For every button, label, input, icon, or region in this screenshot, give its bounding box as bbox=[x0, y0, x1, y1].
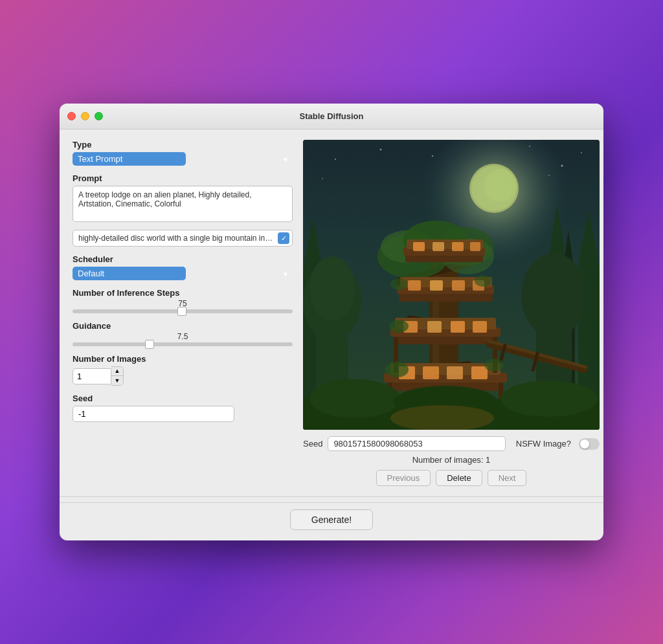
scheduler-group: Scheduler Default DDIM PLMS DPM Euler ▼ bbox=[73, 254, 293, 280]
inference-steps-group: Number of Inference Steps 75 bbox=[73, 288, 293, 313]
divider bbox=[60, 496, 603, 497]
type-select-wrapper: Text Prompt Image to Image Inpainting ▼ bbox=[73, 152, 293, 166]
num-images-stepper: ▲ ▼ bbox=[111, 366, 124, 386]
inference-steps-label: Number of Inference Steps bbox=[73, 288, 293, 298]
nav-buttons: Previous Delete Next bbox=[376, 470, 527, 486]
nsfw-label: NSFW Image? bbox=[516, 439, 571, 449]
svg-rect-81 bbox=[303, 140, 600, 430]
output-seed-label: Seed bbox=[303, 439, 322, 449]
num-images-input[interactable] bbox=[73, 368, 111, 384]
guidance-group: Guidance 7.5 bbox=[73, 321, 293, 346]
close-button[interactable] bbox=[67, 112, 76, 120]
bottom-bar: Generate! bbox=[60, 502, 603, 540]
scheduler-select-wrapper: Default DDIM PLMS DPM Euler ▼ bbox=[73, 267, 293, 280]
guidance-label: Guidance bbox=[73, 321, 293, 331]
num-images-wrapper: ▲ ▼ bbox=[73, 366, 293, 386]
scheduler-arrow-icon: ▼ bbox=[282, 270, 289, 277]
title-bar: Stable Diffusion bbox=[60, 104, 603, 129]
traffic-lights bbox=[67, 112, 103, 120]
next-button[interactable]: Next bbox=[488, 470, 527, 486]
type-label: Type bbox=[73, 140, 293, 150]
treehouse-svg bbox=[303, 140, 600, 430]
inference-steps-slider[interactable] bbox=[73, 309, 293, 313]
type-select-arrow-icon: ▼ bbox=[282, 155, 289, 162]
window-title: Stable Diffusion bbox=[300, 111, 364, 121]
num-images-up[interactable]: ▲ bbox=[111, 367, 123, 376]
type-select[interactable]: Text Prompt Image to Image Inpainting bbox=[73, 152, 186, 166]
image-count: Number of images: 1 bbox=[412, 455, 491, 465]
generate-button[interactable]: Generate! bbox=[290, 509, 373, 530]
guidance-slider[interactable] bbox=[73, 342, 293, 346]
nsfw-toggle[interactable] bbox=[579, 438, 600, 450]
type-group: Type Text Prompt Image to Image Inpainti… bbox=[73, 140, 293, 166]
previous-button[interactable]: Previous bbox=[376, 470, 431, 486]
negative-prompt-row: ✓ bbox=[73, 230, 293, 247]
scheduler-select[interactable]: Default DDIM PLMS DPM Euler bbox=[73, 267, 186, 280]
image-info-row: Seed NSFW Image? bbox=[303, 436, 600, 451]
output-seed-value[interactable] bbox=[328, 436, 505, 451]
seed-group: Seed bbox=[73, 394, 293, 422]
prompt-label: Prompt bbox=[73, 173, 293, 183]
delete-button[interactable]: Delete bbox=[436, 470, 482, 486]
left-panel: Type Text Prompt Image to Image Inpainti… bbox=[73, 140, 293, 486]
negative-prompt-input[interactable] bbox=[73, 230, 293, 247]
app-window: Stable Diffusion Type Text Prompt Image … bbox=[60, 104, 603, 540]
minimize-button[interactable] bbox=[81, 112, 89, 120]
prompt-group: Prompt A treetop lodge on an alien plane… bbox=[73, 173, 293, 222]
prompt-textarea[interactable]: A treetop lodge on an alien planet, High… bbox=[73, 186, 293, 222]
scheduler-label: Scheduler bbox=[73, 254, 293, 264]
maximize-button[interactable] bbox=[95, 112, 103, 120]
main-content: Type Text Prompt Image to Image Inpainti… bbox=[60, 129, 603, 496]
seed-label: Seed bbox=[73, 394, 293, 403]
seed-input[interactable] bbox=[73, 406, 234, 422]
generated-image bbox=[303, 140, 600, 430]
num-images-label: Number of Images bbox=[73, 354, 293, 364]
num-images-group: Number of Images ▲ ▼ bbox=[73, 354, 293, 386]
right-panel: Seed NSFW Image? Number of images: 1 Pre… bbox=[303, 140, 600, 486]
negative-prompt-check-icon[interactable]: ✓ bbox=[278, 232, 289, 244]
num-images-down[interactable]: ▼ bbox=[111, 376, 123, 385]
